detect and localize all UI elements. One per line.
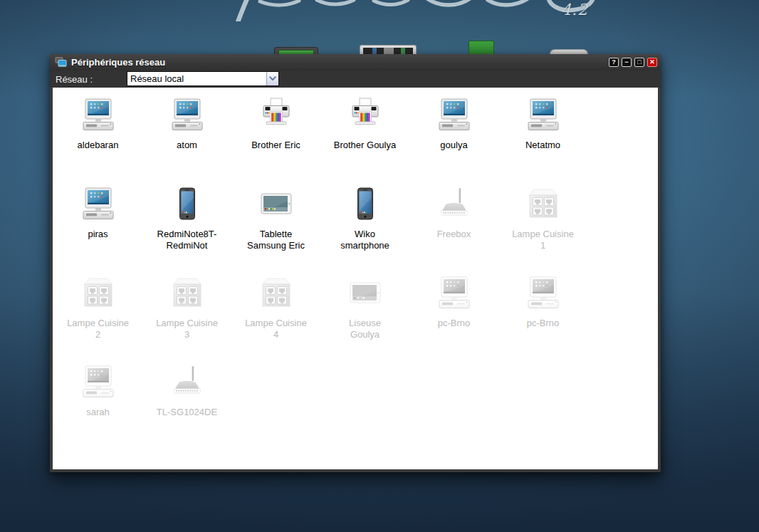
device-item[interactable]: goulya xyxy=(409,97,498,186)
device-label: sarah xyxy=(86,407,110,418)
device-item[interactable]: Brother Eric xyxy=(231,97,320,186)
printer-icon xyxy=(347,97,383,132)
device-label: pc-Brno xyxy=(527,318,560,329)
device-item[interactable]: Lampe Cuisine 2 xyxy=(53,275,142,364)
desktop-computer-icon xyxy=(525,275,561,311)
device-label: Brother Goulya xyxy=(334,140,396,151)
device-label: Netatmo xyxy=(525,140,560,151)
smartphone-icon xyxy=(347,186,383,221)
wallpaper-script-logo xyxy=(231,0,602,21)
device-item[interactable]: atom xyxy=(142,97,231,186)
device-item[interactable]: piras xyxy=(53,186,142,275)
device-label: goulya xyxy=(440,140,467,151)
window-titlebar[interactable]: Périphériques réseau ? − □ ✕ xyxy=(50,54,661,71)
ethernet-switch-icon xyxy=(169,275,205,311)
device-item[interactable]: Tablette Samsung Eric xyxy=(231,186,320,275)
device-label: TL-SG1024DE xyxy=(157,407,217,418)
device-item[interactable]: Wiko smartphone xyxy=(320,186,409,275)
tablet-icon xyxy=(347,275,383,311)
device-label: piras xyxy=(88,229,108,240)
wallpaper-version: 4.2 xyxy=(561,1,588,19)
device-label: Tablette Samsung Eric xyxy=(247,229,305,251)
desktop-computer-icon xyxy=(436,275,472,311)
network-devices-icon xyxy=(55,57,67,68)
tablet-icon xyxy=(258,186,294,221)
device-label: Lampe Cuisine 1 xyxy=(512,229,574,251)
device-item[interactable]: Brother Goulya xyxy=(320,97,409,186)
device-item[interactable]: pc-Brno xyxy=(498,275,587,364)
device-label: Lampe Cuisine 3 xyxy=(156,318,218,340)
desktop-icon[interactable] xyxy=(360,45,417,55)
device-label: Lampe Cuisine 2 xyxy=(67,318,129,340)
device-item[interactable]: RedmiNote8T- RedmiNot xyxy=(142,186,231,275)
device-label: Wiko smartphone xyxy=(340,229,389,251)
close-button[interactable]: ✕ xyxy=(647,58,657,67)
network-select-value: Réseau local xyxy=(127,73,184,84)
device-item[interactable]: Freebox xyxy=(409,186,498,275)
desktop-computer-icon xyxy=(80,186,116,221)
printer-icon xyxy=(258,97,294,132)
device-item[interactable]: Lampe Cuisine 1 xyxy=(498,186,587,275)
device-item[interactable]: Liseuse Goulya xyxy=(320,275,409,364)
desktop-computer-icon xyxy=(436,97,472,132)
device-label: Liseuse Goulya xyxy=(349,318,381,340)
device-item[interactable]: sarah xyxy=(53,364,142,453)
help-button[interactable]: ? xyxy=(609,58,619,67)
device-item[interactable]: Netatmo xyxy=(498,97,587,186)
device-item[interactable]: pc-Brno xyxy=(409,275,498,364)
desktop-computer-icon xyxy=(169,97,205,132)
device-item[interactable]: Lampe Cuisine 3 xyxy=(142,275,231,364)
device-label: aldebaran xyxy=(78,140,119,151)
router-icon xyxy=(436,186,472,221)
maximize-button[interactable]: □ xyxy=(634,58,644,67)
desktop-computer-icon xyxy=(80,364,116,400)
device-label: RedmiNote8T- RedmiNot xyxy=(157,229,217,251)
network-label: Réseau : xyxy=(56,74,93,85)
desktop-computer-icon xyxy=(525,97,561,132)
device-label: pc-Brno xyxy=(438,318,471,329)
device-label: Lampe Cuisine 4 xyxy=(245,318,307,340)
window-content: aldebaran atom Brother Eric Bro xyxy=(53,88,658,469)
desktop-computer-icon xyxy=(80,97,116,132)
desktop-icon[interactable] xyxy=(469,41,494,55)
network-devices-window: Périphériques réseau ? − □ ✕ Réseau : Ré… xyxy=(50,54,661,472)
device-item[interactable]: TL-SG1024DE xyxy=(142,364,231,453)
device-label: Brother Eric xyxy=(251,140,300,151)
minimize-button[interactable]: − xyxy=(622,58,632,67)
ethernet-switch-icon xyxy=(258,275,294,311)
window-title: Périphériques réseau xyxy=(71,57,165,68)
ethernet-switch-icon xyxy=(80,275,116,311)
device-item[interactable]: Lampe Cuisine 4 xyxy=(231,275,320,364)
network-select[interactable]: Réseau local xyxy=(127,71,279,86)
smartphone-icon xyxy=(169,186,205,221)
router-icon xyxy=(169,364,205,400)
device-label: atom xyxy=(177,140,197,151)
window-controls: ? − □ ✕ xyxy=(609,58,657,67)
chevron-down-icon[interactable] xyxy=(266,72,278,85)
device-item[interactable]: aldebaran xyxy=(53,97,142,186)
network-row: Réseau : Réseau local xyxy=(50,71,661,88)
device-label: Freebox xyxy=(437,229,471,240)
ethernet-switch-icon xyxy=(525,186,561,221)
device-grid: aldebaran atom Brother Eric Bro xyxy=(53,88,588,453)
